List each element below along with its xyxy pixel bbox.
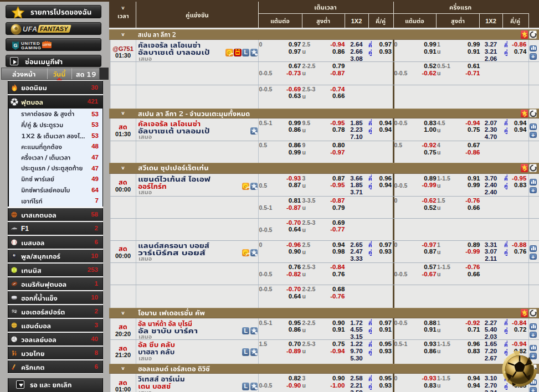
svg-text:8: 8 — [14, 254, 15, 256]
svg-text:G: G — [14, 43, 18, 48]
